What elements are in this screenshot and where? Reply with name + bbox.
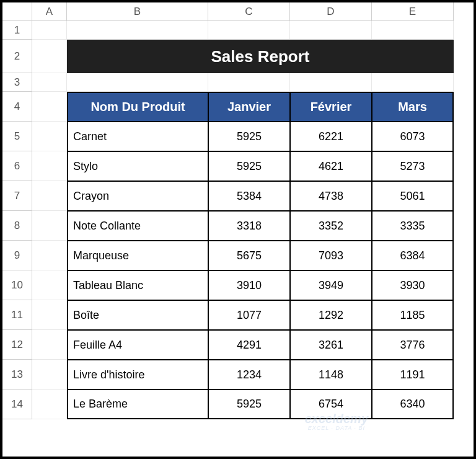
cell-A14[interactable] xyxy=(32,390,67,419)
cell-A3[interactable] xyxy=(32,73,67,92)
row-header-2[interactable]: 2 xyxy=(2,40,32,73)
cell-A7[interactable] xyxy=(32,181,67,211)
cell-jan-7[interactable]: 4291 xyxy=(208,330,290,360)
cell-product-9[interactable]: Le Barème xyxy=(67,390,208,419)
cell-C3[interactable] xyxy=(208,73,290,92)
cell-mar-2[interactable]: 5061 xyxy=(372,181,454,211)
cell-feb-4[interactable]: 7093 xyxy=(290,241,372,270)
cell-A10[interactable] xyxy=(32,270,67,300)
cell-jan-4[interactable]: 5675 xyxy=(208,241,290,270)
cell-product-3[interactable]: Note Collante xyxy=(67,211,208,241)
cell-C1[interactable] xyxy=(208,21,290,40)
row-header-8[interactable]: 8 xyxy=(2,211,32,241)
row-header-4[interactable]: 4 xyxy=(2,92,32,122)
cell-D3[interactable] xyxy=(290,73,372,92)
cell-feb-6[interactable]: 1292 xyxy=(290,300,372,330)
cell-mar-9[interactable]: 6340 xyxy=(372,390,454,419)
row-header-6[interactable]: 6 xyxy=(2,151,32,181)
col-header-D[interactable]: D xyxy=(290,2,372,21)
cell-jan-6[interactable]: 1077 xyxy=(208,300,290,330)
cell-feb-5[interactable]: 3949 xyxy=(290,270,372,300)
cell-mar-4[interactable]: 6384 xyxy=(372,241,454,270)
cell-feb-0[interactable]: 6221 xyxy=(290,122,372,151)
cell-A11[interactable] xyxy=(32,300,67,330)
row-header-13[interactable]: 13 xyxy=(2,360,32,390)
row-header-5[interactable]: 5 xyxy=(2,122,32,151)
cell-mar-7[interactable]: 3776 xyxy=(372,330,454,360)
cell-product-1[interactable]: Stylo xyxy=(67,151,208,181)
col-header-E[interactable]: E xyxy=(372,2,454,21)
cell-A2[interactable] xyxy=(32,40,67,73)
cell-A4[interactable] xyxy=(32,92,67,122)
cell-feb-3[interactable]: 3352 xyxy=(290,211,372,241)
cell-feb-1[interactable]: 4621 xyxy=(290,151,372,181)
col-header-C[interactable]: C xyxy=(208,2,290,21)
col-header-A[interactable]: A xyxy=(32,2,67,21)
cell-jan-8[interactable]: 1234 xyxy=(208,360,290,390)
cell-product-0[interactable]: Carnet xyxy=(67,122,208,151)
row-header-10[interactable]: 10 xyxy=(2,270,32,300)
header-feb[interactable]: Février xyxy=(290,92,372,122)
cell-feb-7[interactable]: 3261 xyxy=(290,330,372,360)
header-jan[interactable]: Janvier xyxy=(208,92,290,122)
cell-A9[interactable] xyxy=(32,241,67,270)
cell-E1[interactable] xyxy=(372,21,454,40)
cell-jan-0[interactable]: 5925 xyxy=(208,122,290,151)
row-header-12[interactable]: 12 xyxy=(2,330,32,360)
cell-product-7[interactable]: Feuille A4 xyxy=(67,330,208,360)
cell-jan-5[interactable]: 3910 xyxy=(208,270,290,300)
cell-A1[interactable] xyxy=(32,21,67,40)
cell-D1[interactable] xyxy=(290,21,372,40)
cell-feb-8[interactable]: 1148 xyxy=(290,360,372,390)
row-header-9[interactable]: 9 xyxy=(2,241,32,270)
cell-A13[interactable] xyxy=(32,360,67,390)
cell-mar-1[interactable]: 5273 xyxy=(372,151,454,181)
cell-mar-3[interactable]: 3335 xyxy=(372,211,454,241)
row-header-7[interactable]: 7 xyxy=(2,181,32,211)
cell-A6[interactable] xyxy=(32,151,67,181)
header-mar[interactable]: Mars xyxy=(372,92,454,122)
spreadsheet-grid: A B C D E 1 2 Sales Report 3 4 Nom Du Pr… xyxy=(2,2,474,457)
cell-A8[interactable] xyxy=(32,211,67,241)
cell-product-2[interactable]: Crayon xyxy=(67,181,208,211)
cell-feb-9[interactable]: 6754 xyxy=(290,390,372,419)
cell-B1[interactable] xyxy=(67,21,208,40)
cell-jan-2[interactable]: 5384 xyxy=(208,181,290,211)
cell-mar-0[interactable]: 6073 xyxy=(372,122,454,151)
cell-B3[interactable] xyxy=(67,73,208,92)
select-all-corner[interactable] xyxy=(2,2,32,21)
cell-product-6[interactable]: Boîte xyxy=(67,300,208,330)
cell-jan-9[interactable]: 5925 xyxy=(208,390,290,419)
col-header-B[interactable]: B xyxy=(67,2,208,21)
cell-jan-3[interactable]: 3318 xyxy=(208,211,290,241)
row-header-11[interactable]: 11 xyxy=(2,300,32,330)
report-title[interactable]: Sales Report xyxy=(67,40,454,73)
cell-mar-6[interactable]: 1185 xyxy=(372,300,454,330)
cell-A5[interactable] xyxy=(32,122,67,151)
header-product[interactable]: Nom Du Produit xyxy=(67,92,208,122)
cell-product-8[interactable]: Livre d'histoire xyxy=(67,360,208,390)
cell-jan-1[interactable]: 5925 xyxy=(208,151,290,181)
cell-E3[interactable] xyxy=(372,73,454,92)
cell-A12[interactable] xyxy=(32,330,67,360)
cell-feb-2[interactable]: 4738 xyxy=(290,181,372,211)
row-header-14[interactable]: 14 xyxy=(2,390,32,419)
cell-mar-5[interactable]: 3930 xyxy=(372,270,454,300)
row-header-3[interactable]: 3 xyxy=(2,73,32,92)
cell-product-5[interactable]: Tableau Blanc xyxy=(67,270,208,300)
cell-product-4[interactable]: Marqueuse xyxy=(67,241,208,270)
row-header-1[interactable]: 1 xyxy=(2,21,32,40)
cell-mar-8[interactable]: 1191 xyxy=(372,360,454,390)
